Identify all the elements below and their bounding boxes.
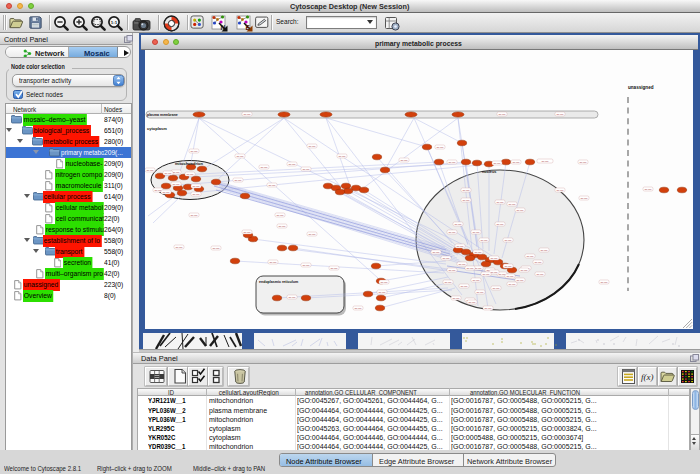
svg-text:ab cde: ab cde: [302, 168, 310, 171]
svg-text:ab cde: ab cde: [308, 145, 316, 148]
svg-text:ab cde: ab cde: [468, 301, 476, 304]
svg-text:ab cde: ab cde: [520, 269, 528, 272]
svg-text:ab cde: ab cde: [496, 201, 504, 204]
svg-text:ab cde: ab cde: [506, 275, 514, 278]
svg-text:E: E: [246, 23, 251, 30]
svg-text:ab cde: ab cde: [308, 233, 316, 236]
svg-text:ab cde: ab cde: [243, 231, 251, 234]
svg-text:ab cde: ab cde: [496, 223, 504, 226]
svg-text:ab cde: ab cde: [458, 263, 466, 266]
svg-text:ab cde: ab cde: [540, 249, 548, 252]
svg-text:ab cde: ab cde: [508, 203, 516, 206]
svg-text:plasma membrane: plasma membrane: [147, 113, 178, 117]
svg-text:ab cde: ab cde: [164, 172, 172, 175]
svg-text:ab cde: ab cde: [288, 163, 296, 166]
svg-text:ab cde: ab cde: [460, 285, 468, 288]
svg-text:ab cde: ab cde: [462, 189, 470, 192]
svg-text:ab cde: ab cde: [243, 113, 251, 116]
svg-text:ab cde: ab cde: [302, 264, 310, 267]
svg-text:ab cde: ab cde: [454, 223, 462, 226]
svg-text:N: N: [221, 23, 226, 30]
svg-text:ab cde: ab cde: [448, 161, 456, 164]
svg-text:ab cde: ab cde: [472, 231, 480, 234]
svg-text:ab cde: ab cde: [490, 271, 498, 274]
svg-text:ab cde: ab cde: [212, 247, 220, 250]
svg-text:ab cde: ab cde: [462, 199, 470, 202]
svg-text:ab cde: ab cde: [456, 245, 464, 248]
svg-text:ab cde: ab cde: [482, 273, 490, 276]
svg-text:ab cde: ab cde: [490, 257, 498, 260]
svg-text:ab cde: ab cde: [504, 239, 512, 242]
svg-text:ab cde: ab cde: [534, 261, 542, 264]
svg-text:ab cde: ab cde: [541, 160, 549, 163]
svg-text:ab cde: ab cde: [498, 113, 506, 116]
svg-text:ab cde: ab cde: [536, 273, 544, 276]
svg-text:1:1: 1:1: [110, 19, 117, 24]
svg-text:ab cde: ab cde: [288, 296, 296, 299]
svg-text:ab cde: ab cde: [442, 257, 450, 260]
svg-text:ab cde: ab cde: [172, 183, 180, 186]
svg-text:ab cde: ab cde: [338, 155, 346, 158]
svg-text:ab cde: ab cde: [476, 291, 484, 294]
svg-text:unassigned: unassigned: [628, 85, 654, 90]
svg-text:ab cde: ab cde: [330, 267, 338, 270]
svg-text:ab cde: ab cde: [600, 281, 608, 284]
svg-text:ab cde: ab cde: [448, 231, 456, 234]
svg-text:ab cde: ab cde: [400, 159, 408, 162]
svg-text:ab cde: ab cde: [474, 267, 482, 270]
svg-text:ab cde: ab cde: [378, 291, 386, 294]
svg-text:nucleus: nucleus: [482, 170, 496, 174]
svg-text:ab cde: ab cde: [268, 184, 276, 187]
svg-text:ab cde: ab cde: [516, 279, 524, 282]
svg-text:ab cde: ab cde: [512, 161, 520, 164]
svg-text:ab cde: ab cde: [260, 166, 268, 169]
svg-text:ab cde: ab cde: [484, 307, 492, 310]
svg-text:ab cde: ab cde: [269, 261, 277, 264]
svg-text:ab cde: ab cde: [432, 251, 440, 254]
svg-text:ab cde: ab cde: [492, 287, 500, 290]
svg-text:ab cde: ab cde: [579, 161, 587, 164]
svg-text:ab cde: ab cde: [380, 281, 388, 284]
svg-text:ab cde: ab cde: [172, 171, 180, 174]
svg-text:ab cde: ab cde: [186, 173, 194, 176]
svg-text:ab cde: ab cde: [580, 197, 588, 200]
svg-text:cytoplasm: cytoplasm: [147, 126, 167, 131]
svg-text:ab cde: ab cde: [192, 185, 200, 188]
svg-text:ab cde: ab cde: [466, 267, 474, 270]
svg-text:ab cde: ab cde: [190, 214, 198, 217]
svg-text:ab cde: ab cde: [192, 193, 200, 196]
svg-text:ab cde: ab cde: [504, 265, 512, 268]
svg-text:ab cde: ab cde: [493, 162, 501, 165]
svg-text:ab cde: ab cde: [236, 155, 244, 158]
svg-text:ab cde: ab cde: [452, 297, 460, 300]
svg-text:ab cde: ab cde: [162, 191, 170, 194]
svg-text:ab cde: ab cde: [516, 209, 524, 212]
svg-text:mitochondrion: mitochondrion: [175, 161, 204, 166]
svg-text:ab cde: ab cde: [276, 214, 284, 217]
svg-text:ab cde: ab cde: [234, 179, 242, 182]
svg-text:ab cde: ab cde: [556, 113, 564, 116]
svg-text:f(x): f(x): [641, 372, 654, 382]
svg-text:ab cde: ab cde: [480, 239, 488, 242]
svg-text:ab cde: ab cde: [436, 146, 444, 149]
svg-text:ab cde: ab cde: [474, 251, 482, 254]
svg-text:ab cde: ab cde: [556, 189, 564, 192]
svg-text:ab cde: ab cde: [508, 283, 516, 286]
svg-text:ab cde: ab cde: [448, 269, 456, 272]
svg-text:ab cde: ab cde: [146, 169, 154, 172]
svg-text:ab cde: ab cde: [472, 279, 480, 282]
svg-text:ab cde: ab cde: [644, 188, 652, 191]
svg-text:ab cde: ab cde: [444, 281, 452, 284]
svg-text:ab cde: ab cde: [526, 255, 534, 258]
svg-text:ab cde: ab cde: [278, 225, 286, 228]
svg-text:ab cde: ab cde: [354, 307, 362, 310]
svg-text:ab cde: ab cde: [190, 150, 198, 153]
svg-text:ab cde: ab cde: [175, 246, 183, 249]
svg-text:endoplasmic reticulum: endoplasmic reticulum: [259, 280, 298, 284]
